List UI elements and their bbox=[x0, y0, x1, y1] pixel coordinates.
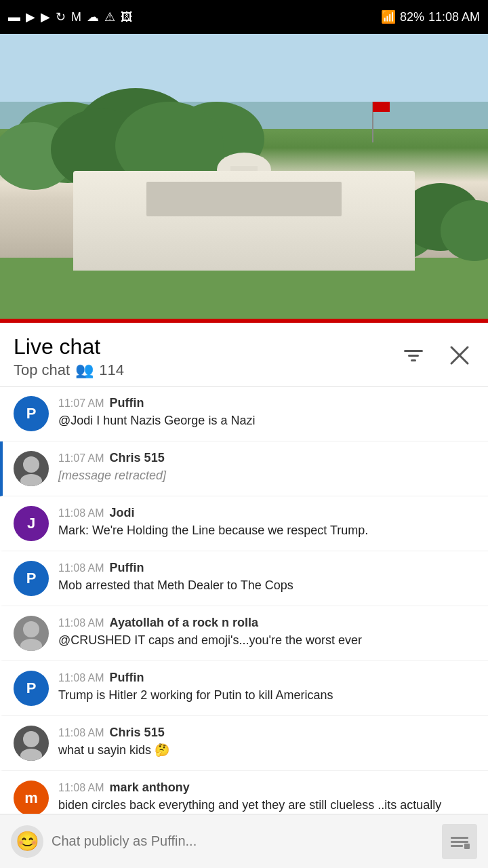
svg-rect-8 bbox=[122, 176, 366, 258]
svg-rect-11 bbox=[169, 180, 175, 248]
message-meta: 11:08 AMAyatollah of a rock n rolla bbox=[58, 616, 477, 630]
close-button[interactable] bbox=[445, 340, 474, 372]
avatar: J bbox=[14, 506, 49, 541]
svg-rect-10 bbox=[152, 180, 158, 248]
chat-message: P11:08 AMPuffinTrump is Hitler 2 working… bbox=[0, 661, 488, 716]
chat-input[interactable] bbox=[52, 824, 434, 859]
message-username: Chris 515 bbox=[110, 726, 165, 740]
svg-rect-20 bbox=[230, 166, 258, 180]
message-time: 11:08 AM bbox=[58, 727, 104, 739]
message-time: 11:07 AM bbox=[58, 397, 104, 410]
message-meta: 11:08 AMChris 515 bbox=[58, 726, 477, 740]
video-thumbnail bbox=[0, 34, 488, 319]
svg-rect-12 bbox=[186, 180, 192, 248]
chat-message: J11:08 AMJodiMark: We're Holding the Lin… bbox=[0, 496, 488, 551]
message-meta: 11:08 AMPuffin bbox=[58, 561, 477, 575]
message-text: what u sayin kids 🤔 bbox=[58, 742, 477, 758]
message-meta: 11:08 AMJodi bbox=[58, 506, 477, 520]
people-icon: 👥 bbox=[75, 361, 94, 379]
viewer-count: 114 bbox=[99, 361, 124, 379]
warning-icon: ⚠ bbox=[104, 9, 115, 24]
svg-rect-38 bbox=[451, 837, 468, 839]
cloud-icon: ☁ bbox=[87, 9, 99, 24]
message-username: Chris 515 bbox=[110, 451, 165, 465]
livechat-header: Live chat Top chat 👥 114 bbox=[0, 323, 488, 387]
video-player[interactable] bbox=[0, 34, 488, 319]
emoji-button[interactable]: 😊 bbox=[11, 825, 43, 858]
chat-message: P11:07 AMPuffin@Jodi I hunt Nazis George… bbox=[0, 387, 488, 441]
livechat-title: Live chat bbox=[14, 335, 124, 359]
avatar: m bbox=[14, 781, 49, 816]
sync-icon: ↻ bbox=[56, 9, 66, 24]
message-username: Ayatollah of a rock n rolla bbox=[110, 616, 258, 630]
message-meta: 11:07 AMPuffin bbox=[58, 396, 477, 410]
svg-point-33 bbox=[20, 474, 42, 486]
svg-point-34 bbox=[23, 621, 39, 637]
svg-rect-28 bbox=[408, 355, 419, 357]
svg-rect-9 bbox=[136, 180, 141, 248]
chat-message: P11:08 AMPuffinMob arrested that Meth De… bbox=[0, 551, 488, 606]
chat-message: 11:08 AMAyatollah of a rock n rolla@CRUS… bbox=[0, 606, 488, 661]
svg-point-37 bbox=[20, 749, 42, 761]
svg-point-35 bbox=[20, 639, 42, 651]
message-meta: 11:07 AMChris 515 bbox=[58, 451, 477, 465]
svg-rect-16 bbox=[298, 180, 304, 248]
message-time: 11:07 AM bbox=[58, 452, 104, 465]
message-text: @CRUSHED IT caps and emoji's...you're th… bbox=[58, 632, 477, 648]
play-icon: ▶ bbox=[26, 9, 35, 24]
svg-rect-41 bbox=[464, 844, 470, 849]
notification-icon: ▬ bbox=[8, 10, 20, 24]
message-username: Puffin bbox=[110, 396, 144, 410]
svg-rect-39 bbox=[451, 841, 468, 843]
emoji-icon: 😊 bbox=[16, 830, 39, 852]
avatar bbox=[14, 451, 49, 486]
message-username: Puffin bbox=[110, 671, 144, 685]
svg-rect-40 bbox=[451, 845, 463, 847]
livechat-subtitle: Top chat 👥 114 bbox=[14, 361, 124, 379]
message-meta: 11:08 AMPuffin bbox=[58, 671, 477, 685]
message-time: 11:08 AM bbox=[58, 672, 104, 684]
message-text: [message retracted] bbox=[58, 467, 477, 484]
status-icons-right: 📶 82% 11:08 AM bbox=[381, 9, 480, 24]
message-body: 11:07 AMPuffin@Jodi I hunt Nazis George … bbox=[58, 396, 477, 429]
livechat-header-left: Live chat Top chat 👥 114 bbox=[14, 335, 124, 379]
avatar: P bbox=[14, 671, 49, 706]
livechat-header-right bbox=[399, 340, 474, 372]
status-bar: ▬ ▶ ▶ ↻ M ☁ ⚠ 🖼 📶 82% 11:08 AM bbox=[0, 0, 488, 34]
svg-rect-29 bbox=[411, 359, 416, 361]
svg-rect-17 bbox=[315, 180, 321, 248]
wifi-icon: 📶 bbox=[381, 9, 396, 24]
message-time: 11:08 AM bbox=[58, 782, 104, 794]
top-chat-label: Top chat bbox=[14, 361, 70, 379]
status-icons-left: ▬ ▶ ▶ ↻ M ☁ ⚠ 🖼 bbox=[8, 9, 133, 24]
avatar bbox=[14, 726, 49, 761]
m-icon: M bbox=[71, 10, 81, 24]
time-display: 11:08 AM bbox=[428, 10, 480, 24]
message-body: 11:08 AMPuffinMob arrested that Meth Dea… bbox=[58, 561, 477, 593]
svg-point-36 bbox=[23, 731, 39, 747]
svg-rect-27 bbox=[404, 350, 423, 352]
message-body: 11:08 AMJodiMark: We're Holding the Line… bbox=[58, 506, 477, 538]
chat-message: 11:07 AMChris 515[message retracted] bbox=[0, 441, 488, 496]
image-icon: 🖼 bbox=[121, 10, 133, 24]
message-body: 11:08 AMPuffinTrump is Hitler 2 working … bbox=[58, 671, 477, 703]
message-text: Mob arrested that Meth Dealer to The Cop… bbox=[58, 577, 477, 593]
message-username: Puffin bbox=[110, 561, 144, 575]
message-body: 11:07 AMChris 515[message retracted] bbox=[58, 451, 477, 484]
message-text: @Jodi I hunt Nazis George is a Nazi bbox=[58, 412, 477, 429]
input-bar: 😊 bbox=[0, 814, 488, 868]
svg-rect-13 bbox=[203, 180, 209, 248]
message-text: Trump is Hitler 2 working for Putin to k… bbox=[58, 687, 477, 703]
send-button[interactable] bbox=[442, 824, 477, 859]
avatar bbox=[14, 616, 49, 651]
svg-rect-18 bbox=[332, 180, 338, 248]
chat-messages-list: P11:07 AMPuffin@Jodi I hunt Nazis George… bbox=[0, 387, 488, 868]
svg-rect-21 bbox=[0, 258, 488, 319]
svg-point-32 bbox=[23, 456, 39, 473]
message-body: 11:08 AMAyatollah of a rock n rolla@CRUS… bbox=[58, 616, 477, 648]
chat-message: 11:08 AMChris 515what u sayin kids 🤔 bbox=[0, 716, 488, 771]
filter-button[interactable] bbox=[399, 340, 428, 372]
message-meta: 11:08 AMmark anthony bbox=[58, 781, 477, 795]
svg-rect-15 bbox=[281, 180, 287, 248]
message-time: 11:08 AM bbox=[58, 617, 104, 629]
